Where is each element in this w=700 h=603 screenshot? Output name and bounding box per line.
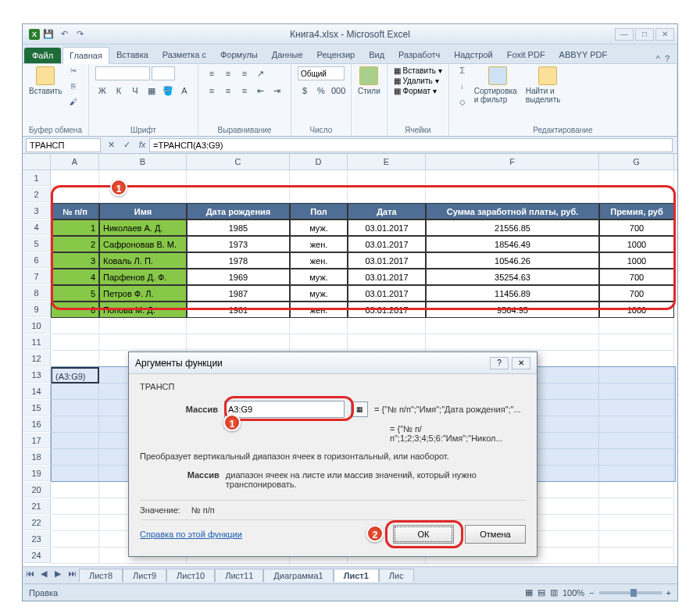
ok-button[interactable]: ОК [393, 525, 454, 544]
cell[interactable] [348, 187, 426, 203]
file-tab[interactable]: Файл [24, 48, 61, 63]
row-header[interactable]: 1 [23, 170, 51, 186]
cell[interactable]: Пол [290, 203, 348, 219]
cell[interactable]: 03.01.2017 [348, 269, 426, 285]
cell[interactable]: 03.01.2017 [348, 302, 426, 318]
format-cells-button[interactable]: ▦ Формат ▾ [394, 87, 437, 95]
tab-insert[interactable]: Вставка [109, 46, 155, 63]
row-header[interactable]: 4 [23, 219, 51, 235]
sheet-nav-next[interactable]: ▶ [51, 569, 65, 583]
sheet-tab[interactable]: Лист10 [166, 569, 215, 582]
cell[interactable]: Николаев А. Д. [99, 219, 187, 236]
cell[interactable] [599, 482, 674, 498]
col-header-F[interactable]: F [426, 154, 599, 169]
align-mid-icon[interactable]: ≡ [221, 66, 235, 80]
cell[interactable] [290, 187, 348, 203]
indent-inc-icon[interactable]: ⇥ [270, 84, 284, 98]
cell[interactable]: 18546.49 [426, 236, 599, 252]
cell[interactable] [290, 318, 348, 334]
cell[interactable]: 700 [599, 285, 674, 302]
cell[interactable] [99, 170, 187, 187]
cell[interactable]: 11456.89 [426, 285, 599, 302]
cell[interactable] [599, 318, 674, 334]
row-header[interactable]: 21 [23, 498, 51, 514]
indent-dec-icon[interactable]: ⇤ [254, 84, 268, 98]
minimize-button[interactable]: — [615, 28, 634, 41]
cell[interactable] [599, 334, 674, 351]
delete-cells-button[interactable]: ▦ Удалить ▾ [394, 77, 439, 85]
row-header[interactable]: 6 [23, 252, 51, 268]
cell[interactable]: 1000 [599, 236, 674, 252]
sheet-nav-first[interactable]: ⏮ [23, 569, 37, 583]
tab-home[interactable]: Главная [62, 47, 109, 64]
tab-abbyy[interactable]: ABBYY PDF [552, 46, 615, 63]
cell[interactable]: 2 [51, 236, 99, 252]
ribbon-minimize-icon[interactable]: ^ [656, 54, 660, 63]
function-help-link[interactable]: Справка по этой функции [140, 530, 242, 539]
col-header-D[interactable]: D [290, 154, 348, 169]
sheet-tab[interactable]: Лист8 [79, 569, 123, 582]
cell[interactable] [599, 548, 674, 564]
redo-icon[interactable]: ↷ [74, 29, 85, 40]
align-right-icon[interactable]: ≡ [238, 84, 252, 98]
row-header[interactable]: 13 [23, 367, 51, 383]
cell[interactable]: 5 [51, 285, 99, 302]
row-header[interactable]: 12 [23, 351, 51, 366]
find-select-button[interactable]: Найти и выделить [526, 66, 570, 104]
sheet-tab[interactable]: Лист9 [123, 569, 166, 582]
currency-icon[interactable]: $ [298, 84, 312, 98]
row-header[interactable]: 19 [23, 466, 51, 481]
cell[interactable]: 1981 [187, 302, 290, 318]
dialog-close-button[interactable]: ✕ [512, 357, 530, 369]
insert-cells-button[interactable]: ▦ Вставить ▾ [394, 66, 442, 75]
close-button[interactable]: ✕ [655, 28, 674, 41]
align-bot-icon[interactable]: ≡ [238, 66, 252, 80]
cell[interactable] [51, 498, 99, 515]
tab-review[interactable]: Рецензир [310, 46, 362, 63]
row-header[interactable]: 24 [23, 548, 51, 563]
row-header[interactable]: 5 [23, 236, 51, 252]
row-header[interactable]: 11 [23, 334, 51, 350]
tab-developer[interactable]: Разработч [391, 46, 447, 63]
align-center-icon[interactable]: ≡ [221, 84, 235, 98]
cell[interactable]: 1973 [187, 236, 290, 252]
cell[interactable] [51, 482, 99, 498]
cell[interactable] [187, 170, 290, 187]
row-header[interactable]: 17 [23, 433, 51, 448]
cell[interactable] [51, 334, 99, 351]
cell[interactable] [187, 187, 290, 203]
cell[interactable]: жен. [290, 236, 348, 252]
cell[interactable]: 35254.63 [426, 269, 599, 285]
cell[interactable] [51, 515, 99, 531]
align-top-icon[interactable]: ≡ [205, 66, 219, 80]
cell[interactable]: 1985 [187, 219, 290, 236]
sheet-tab[interactable]: Лист1 [334, 569, 379, 582]
cell[interactable]: 21556.85 [426, 219, 599, 236]
view-layout-icon[interactable]: ▤ [538, 587, 545, 598]
cell[interactable]: жен. [290, 252, 348, 269]
cell[interactable] [51, 531, 99, 548]
cell[interactable]: Дата рождения [187, 203, 290, 219]
cell[interactable]: Петров Ф. Л. [99, 285, 187, 302]
cell[interactable] [99, 318, 187, 334]
format-painter-icon[interactable]: 🖌 [66, 98, 80, 110]
col-header-C[interactable]: C [187, 154, 290, 169]
tab-layout[interactable]: Разметка с [155, 46, 213, 63]
cell[interactable]: Сумма заработной платы, руб. [426, 203, 599, 219]
row-header[interactable]: 7 [23, 269, 51, 284]
sheet-tab[interactable]: Лист11 [215, 569, 263, 582]
cell[interactable] [187, 318, 290, 334]
row-header[interactable]: 14 [23, 384, 51, 399]
tab-foxit[interactable]: Foxit PDF [500, 46, 552, 63]
cell[interactable]: 1978 [187, 252, 290, 269]
tab-data[interactable]: Данные [265, 46, 310, 63]
cell[interactable] [51, 351, 99, 367]
cell[interactable]: 3 [51, 252, 99, 269]
col-header-E[interactable]: E [348, 154, 426, 169]
cell[interactable]: 4 [51, 269, 99, 285]
cell[interactable]: 03.01.2017 [348, 252, 426, 269]
percent-icon[interactable]: % [314, 84, 328, 98]
fill-icon[interactable]: ↓ [455, 82, 470, 95]
cell[interactable] [290, 170, 348, 187]
cell[interactable]: Имя [99, 203, 187, 219]
